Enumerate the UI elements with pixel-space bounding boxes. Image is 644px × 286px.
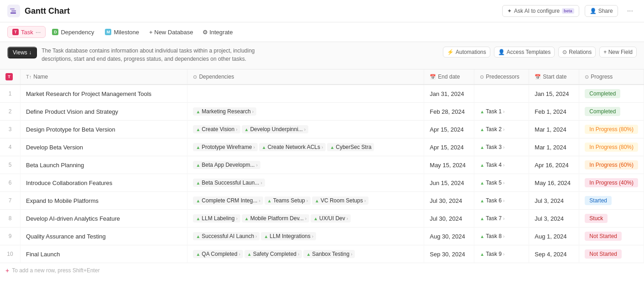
access-templates-button[interactable]: 👤 Access Templates: [494, 47, 555, 58]
task-icon: T: [12, 29, 19, 35]
dep-label: Prototype Wireframe: [202, 144, 252, 150]
col-header-start[interactable]: 📅 Start date: [529, 69, 579, 85]
dep-chevron-icon[interactable]: ›: [364, 198, 366, 203]
row-name[interactable]: Expand to Mobile Platforms: [21, 192, 187, 210]
toolbar: T Task ··· D Dependency M Milestone + Ne…: [0, 22, 644, 42]
dependency-tag[interactable]: ▲Mobile Platform Dev...›: [242, 214, 309, 222]
dependency-tag[interactable]: ▲QA Completed›: [193, 250, 243, 258]
row-name[interactable]: Final Launch: [21, 245, 187, 263]
pred-chevron-icon[interactable]: ›: [503, 198, 504, 203]
automations-button[interactable]: ⚡ Automations: [443, 47, 490, 58]
views-button[interactable]: Views ↓: [7, 47, 37, 58]
dep-chevron-icon[interactable]: ›: [351, 252, 352, 257]
dep-chevron-icon[interactable]: ›: [256, 163, 257, 168]
predecessor-tag[interactable]: ▲Task 7›: [480, 215, 523, 222]
pred-chevron-icon[interactable]: ›: [503, 163, 504, 168]
dep-chevron-icon[interactable]: ›: [252, 109, 254, 114]
dependency-tag[interactable]: ▲Beta App Developm...›: [193, 161, 260, 169]
dependency-tag[interactable]: ▲Marketing Research›: [193, 107, 256, 116]
dependency-tag[interactable]: ▲LLM Integrations›: [261, 232, 316, 240]
predecessor-tag[interactable]: ▲Task 9›: [480, 251, 523, 257]
predecessor-tag[interactable]: ▲Task 8›: [480, 233, 523, 239]
dep-chevron-icon[interactable]: ›: [298, 252, 299, 257]
toolbar-item-milestone[interactable]: M Milestone: [100, 27, 144, 37]
predecessor-tag[interactable]: ▲Task 2›: [480, 126, 523, 132]
row-number: 2: [0, 103, 21, 121]
dependency-tag[interactable]: ▲Create Network ACLs›: [259, 143, 326, 151]
predecessor-tag[interactable]: ▲Task 4›: [480, 162, 523, 168]
dependency-tag[interactable]: ▲Safety Completed›: [244, 250, 302, 258]
dep-arrow-icon: ▲: [313, 216, 318, 221]
dependency-tag[interactable]: ▲Successful AI Launch›: [193, 232, 260, 240]
row-name[interactable]: Introduce Collaboration Features: [21, 174, 187, 192]
col-header-deps[interactable]: ⊙ Dependencies: [187, 69, 424, 85]
pred-chevron-icon[interactable]: ›: [503, 234, 504, 239]
row-name[interactable]: Beta Launch Planning: [21, 156, 187, 174]
dep-chevron-icon[interactable]: ›: [239, 252, 240, 257]
dependency-tag[interactable]: ▲CyberSec Stra: [327, 143, 374, 151]
toolbar-item-dependency[interactable]: D Dependency: [47, 27, 99, 37]
dep-arrow-icon: ▲: [196, 145, 200, 150]
dep-chevron-icon[interactable]: ›: [322, 145, 323, 150]
new-database-button[interactable]: + New Database: [145, 27, 197, 37]
dep-chevron-icon[interactable]: ›: [305, 216, 306, 221]
col-header-end[interactable]: 📅 End date: [424, 69, 474, 85]
dependency-tag[interactable]: ▲LLM Labeling›: [193, 214, 240, 222]
relations-button[interactable]: ⊙ Relations: [558, 47, 596, 58]
row-name[interactable]: Develop AI-driven Analytics Feature: [21, 210, 187, 228]
new-field-button[interactable]: + New Field: [599, 47, 637, 58]
col-pred-label: Predecessors: [486, 74, 519, 80]
dep-chevron-icon[interactable]: ›: [255, 234, 257, 239]
row-progress: Completed: [579, 85, 644, 103]
row-name[interactable]: Quality Assurance and Testing: [21, 228, 187, 245]
predecessor-tag[interactable]: ▲Task 3›: [480, 144, 523, 150]
dep-label: Complete CRM Integ...: [202, 197, 257, 204]
dep-chevron-icon[interactable]: ›: [253, 145, 254, 150]
col-header-pred[interactable]: ⊙ Predecessors: [474, 69, 529, 85]
predecessor-tag[interactable]: ▲Task 6›: [480, 197, 523, 204]
row-progress: Started: [579, 192, 644, 210]
dependency-tag[interactable]: ▲Prototype Wireframe›: [193, 143, 257, 151]
row-start-date: Mar 1, 2024: [529, 138, 579, 156]
pred-chevron-icon[interactable]: ›: [503, 180, 504, 185]
row-number: 9: [0, 228, 21, 245]
predecessor-tag[interactable]: ▲Task 5›: [480, 180, 523, 186]
pred-chevron-icon[interactable]: ›: [503, 216, 504, 221]
dep-chevron-icon[interactable]: ›: [259, 198, 260, 203]
more-options-button[interactable]: ···: [623, 5, 637, 17]
dep-chevron-icon[interactable]: ›: [260, 180, 262, 185]
dependency-tag[interactable]: ▲UX/UI Dev›: [311, 214, 351, 222]
dep-chevron-icon[interactable]: ›: [312, 234, 313, 239]
dep-chevron-icon[interactable]: ›: [236, 127, 237, 132]
ask-ai-button[interactable]: ✦ Ask AI to configure beta: [502, 5, 579, 17]
dep-chevron-icon[interactable]: ›: [236, 216, 237, 221]
share-button[interactable]: 👤 Share: [585, 5, 618, 17]
add-icon: +: [5, 267, 9, 274]
integrate-button[interactable]: ⚙ Integrate: [199, 27, 237, 37]
pred-chevron-icon[interactable]: ›: [503, 127, 504, 132]
col-header-progress[interactable]: ⊙ Progress: [579, 69, 644, 85]
col-header-name[interactable]: T↑ Name: [21, 69, 187, 85]
dep-chevron-icon[interactable]: ›: [304, 127, 306, 132]
dep-chevron-icon[interactable]: ›: [306, 198, 308, 203]
row-name[interactable]: Design Prototype for Beta Version: [21, 121, 187, 138]
add-row-hint[interactable]: + To add a new row, press Shift+Enter: [0, 263, 644, 278]
row-name[interactable]: Market Research for Project Management T…: [21, 85, 187, 103]
dependency-tag[interactable]: ▲VC Room Setups›: [312, 196, 369, 205]
pred-chevron-icon[interactable]: ›: [503, 145, 504, 150]
pred-chevron-icon[interactable]: ›: [503, 109, 504, 114]
task-dots[interactable]: ···: [36, 28, 41, 36]
dependency-tag[interactable]: ▲Develop Underpinni...›: [242, 125, 309, 133]
dependency-tag[interactable]: ▲Sanbox Testing›: [303, 250, 355, 258]
dependency-tag[interactable]: ▲Complete CRM Integ...›: [193, 196, 263, 205]
row-name[interactable]: Define Product Vision and Strategy: [21, 103, 187, 121]
dependency-tag[interactable]: ▲Create Vision›: [193, 125, 240, 133]
predecessor-tag[interactable]: ▲Task 1›: [480, 108, 523, 115]
dependency-tag[interactable]: ▲Beta Successful Laun...›: [193, 179, 265, 187]
dep-chevron-icon[interactable]: ›: [347, 216, 348, 221]
row-name[interactable]: Develop Beta Version: [21, 138, 187, 156]
dependency-tag[interactable]: ▲Teams Setup›: [265, 196, 311, 205]
pred-chevron-icon[interactable]: ›: [503, 252, 504, 257]
row-dependencies: [187, 85, 424, 103]
toolbar-item-task[interactable]: T Task ···: [7, 26, 46, 38]
